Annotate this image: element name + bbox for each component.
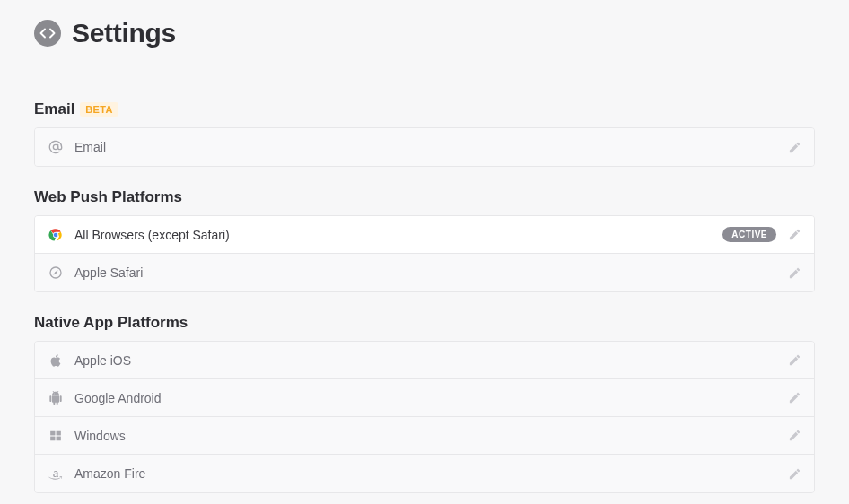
pencil-icon[interactable] (787, 429, 801, 443)
list-item-label: Google Android (74, 391, 162, 405)
pencil-icon[interactable] (787, 466, 801, 481)
section-title-native: Native App Platforms (34, 314, 188, 332)
pencil-icon[interactable] (787, 391, 801, 405)
list-item[interactable]: Email (35, 128, 814, 166)
list-item-label: Windows (74, 429, 126, 443)
section-email: Email BETA Email (34, 100, 815, 167)
pencil-icon[interactable] (787, 265, 801, 280)
svg-rect-7 (57, 430, 61, 435)
beta-badge: BETA (80, 102, 118, 117)
svg-rect-6 (50, 430, 55, 435)
list-item-label: All Browsers (except Safari) (74, 228, 230, 242)
safari-icon (48, 265, 64, 281)
pencil-icon[interactable] (787, 228, 801, 242)
status-badge: ACTIVE (722, 227, 776, 242)
svg-point-0 (53, 144, 57, 149)
list-item[interactable]: Apple iOS (35, 342, 814, 379)
list-item[interactable]: Google Android (35, 379, 814, 417)
list-item[interactable]: Amazon Fire (35, 455, 814, 492)
apple-icon (48, 352, 64, 369)
pencil-icon[interactable] (787, 140, 801, 154)
windows-icon (48, 428, 64, 444)
page-title: Settings (72, 18, 176, 48)
section-native: Native App Platforms Apple iOS (34, 314, 815, 493)
list-item-label: Apple iOS (74, 353, 131, 368)
code-icon (34, 20, 61, 47)
list-item[interactable]: All Browsers (except Safari) ACTIVE (35, 216, 814, 254)
list-item-label: Email (74, 140, 106, 154)
at-icon (48, 139, 64, 155)
list-item-label: Amazon Fire (74, 466, 145, 481)
section-title-webpush: Web Push Platforms (34, 188, 182, 206)
svg-rect-8 (50, 436, 55, 440)
android-icon (48, 390, 64, 406)
section-title-email: Email (34, 100, 74, 118)
chrome-icon (48, 227, 64, 243)
list-item[interactable]: Apple Safari (35, 254, 814, 291)
section-webpush: Web Push Platforms All Browsers (except … (34, 188, 815, 292)
page-header: Settings (34, 18, 815, 48)
svg-marker-5 (53, 270, 57, 274)
amazon-icon (48, 465, 64, 482)
list-item[interactable]: Windows (35, 417, 814, 455)
list-item-label: Apple Safari (74, 265, 143, 280)
svg-rect-9 (57, 436, 61, 440)
pencil-icon[interactable] (787, 353, 801, 368)
